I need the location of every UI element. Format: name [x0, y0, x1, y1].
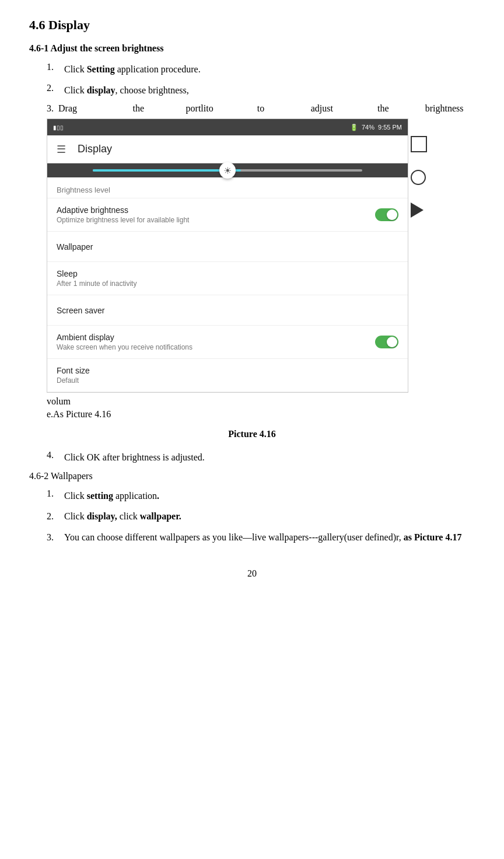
page-title: 4.6 Display	[29, 18, 475, 33]
slider-track: ☀	[93, 169, 362, 172]
step-3-portlito: portlito	[169, 103, 230, 114]
section2-step-3-content: You can choose different wallpapers as y…	[64, 530, 461, 545]
ambient-subtitle: Wake screen when you receive notificatio…	[57, 343, 375, 351]
brightness-slider-area: ☀	[47, 163, 408, 177]
picture-caption: Picture 4.16	[29, 429, 475, 439]
ambient-title: Ambient display	[57, 333, 375, 342]
step-2-number: 2.	[47, 83, 64, 98]
display-header: ☰ Display	[47, 135, 408, 163]
section2-step-3-number: 3.	[47, 530, 64, 545]
section2-step-2: 2. Click display, click wallpaper.	[29, 509, 475, 524]
page-number: 20	[29, 568, 475, 579]
section2-step-3: 3. You can choose different wallpapers a…	[29, 530, 475, 545]
section2-step-1-content: Click setting application.	[64, 488, 159, 504]
settings-item-adaptive-text: Adaptive brightness Optimize brightness …	[57, 205, 375, 224]
hamburger-icon: ☰	[57, 143, 66, 156]
section2-step-2-content: Click display, click wallpaper.	[64, 509, 181, 524]
adaptive-subtitle: Optimize brightness level for available …	[57, 216, 375, 224]
volume-caption-line: volum	[29, 396, 475, 407]
screenshot-wrapper: ▮▯▯ 🔋 74% 9:55 PM ☰ Display ☀ Brightn	[47, 118, 475, 393]
section-2-title: 4.6-2 Wallpapers	[29, 471, 475, 481]
brightness-level-header: Brightness level	[47, 177, 408, 198]
step-4-list: 4. Click OK after brightness is adjusted…	[29, 450, 475, 465]
brightness-level-text: Brightness level	[57, 186, 110, 194]
phone-screen: ▮▯▯ 🔋 74% 9:55 PM ☰ Display ☀ Brightn	[47, 118, 408, 393]
sleep-title: Sleep	[57, 269, 398, 278]
battery-percent: 74%	[362, 124, 374, 131]
settings-item-ambient: Ambient display Wake screen when you rec…	[47, 326, 408, 359]
settings-item-fontsize-text: Font size Default	[57, 366, 398, 385]
status-bar-left: ▮▯▯	[53, 124, 64, 131]
wallpaper-title: Wallpaper	[57, 242, 398, 252]
header-title: Display	[78, 143, 112, 155]
step-3-the2: the	[352, 103, 414, 114]
fontsize-title: Font size	[57, 366, 398, 375]
section2-steps: 1. Click setting application.	[29, 488, 475, 504]
ambient-toggle-knob	[387, 337, 397, 347]
settings-item-wallpaper[interactable]: Wallpaper	[47, 232, 408, 262]
caption-cont-text: e.As Picture 4.16	[47, 409, 111, 419]
toggle-knob	[387, 209, 397, 220]
section2-step-2-number: 2.	[47, 509, 64, 524]
time-display: 9:55 PM	[378, 124, 402, 131]
settings-item-screensaver[interactable]: Screen saver	[47, 295, 408, 326]
signal-icon: ▮▯▯	[53, 124, 64, 131]
settings-item-fontsize[interactable]: Font size Default	[47, 359, 408, 392]
step-2-content: Click display, choose brightness,	[64, 83, 189, 98]
settings-item-sleep[interactable]: Sleep After 1 minute of inactivity	[47, 262, 408, 295]
battery-icon: 🔋	[350, 124, 358, 131]
settings-item-ambient-text: Ambient display Wake screen when you rec…	[57, 333, 375, 351]
side-button-back	[411, 202, 424, 218]
section2-step-1: 1. Click setting application.	[29, 488, 475, 504]
adaptive-title: Adaptive brightness	[57, 205, 375, 215]
step-4: 4. Click OK after brightness is adjusted…	[29, 450, 475, 465]
status-bar-right: 🔋 74% 9:55 PM	[350, 124, 402, 131]
side-buttons	[411, 118, 427, 393]
step-3-the: the	[108, 103, 169, 114]
sleep-subtitle: After 1 minute of inactivity	[57, 280, 398, 288]
step-3-number: 3. Drag	[47, 103, 108, 114]
sun-icon: ☀	[223, 165, 232, 176]
steps-list: 1. Click Setting application procedure. …	[29, 62, 475, 97]
step-4-content: Click OK after brightness is adjusted.	[64, 450, 205, 465]
caption-continuation: e.As Picture 4.16	[29, 409, 475, 420]
step-3-brightness: brightness	[414, 103, 475, 114]
adaptive-toggle[interactable]	[375, 208, 398, 221]
settings-item-wallpaper-text: Wallpaper	[57, 242, 398, 252]
side-button-square	[411, 136, 427, 152]
slider-fill	[93, 169, 241, 172]
step-3-to: to	[230, 103, 292, 114]
settings-item-adaptive: Adaptive brightness Optimize brightness …	[47, 198, 408, 232]
step-2: 2. Click display, choose brightness,	[29, 83, 475, 98]
section-1-title: 4.6-1 Adjust the screen brightness	[29, 43, 475, 54]
section2-step-1-number: 1.	[47, 488, 64, 504]
side-button-circle	[411, 170, 426, 185]
volume-text: volum	[47, 396, 71, 407]
status-bar: ▮▯▯ 🔋 74% 9:55 PM	[47, 119, 408, 135]
step-1-content: Click Setting application procedure.	[64, 62, 201, 77]
fontsize-subtitle: Default	[57, 376, 398, 385]
ambient-toggle[interactable]	[375, 336, 398, 348]
step-1-number: 1.	[47, 62, 64, 77]
step-3-adjust: adjust	[291, 103, 352, 114]
screensaver-title: Screen saver	[57, 306, 398, 315]
step-4-number: 4.	[47, 450, 64, 465]
settings-item-screensaver-text: Screen saver	[57, 306, 398, 315]
step-1: 1. Click Setting application procedure.	[29, 62, 475, 77]
settings-item-sleep-text: Sleep After 1 minute of inactivity	[57, 269, 398, 288]
step-3-drag-line: 3. Drag the portlito to adjust the brigh…	[29, 103, 475, 114]
slider-thumb: ☀	[219, 162, 236, 179]
